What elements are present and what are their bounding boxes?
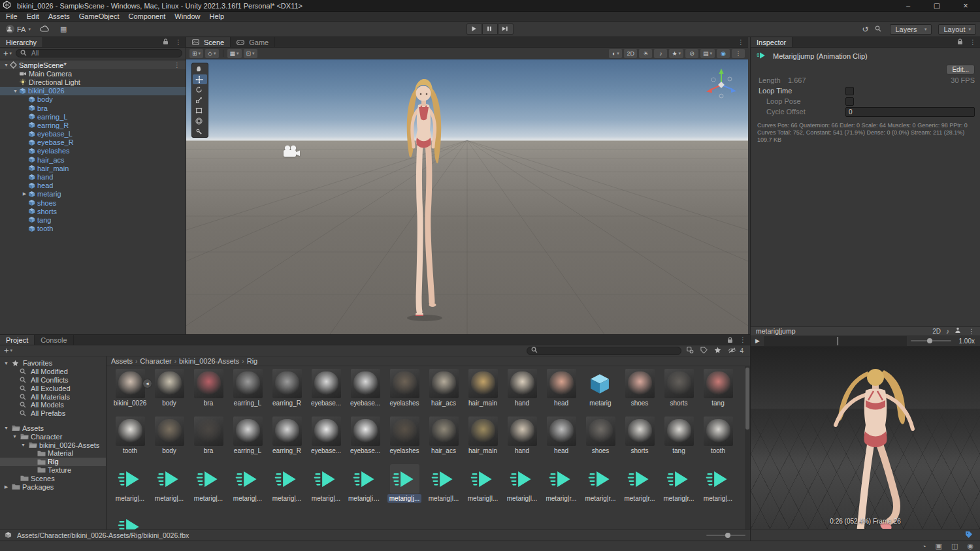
character-model[interactable] [392,75,454,326]
favorite-all-excluded[interactable]: All Excluded [0,384,106,392]
asset-item-shoes[interactable]: shoes [620,369,659,407]
asset-item-hand[interactable]: hand [502,417,542,455]
hierarchy-item-tang[interactable]: tang [0,215,186,224]
asset-item-metarig[interactable]: metarig|... [228,464,267,503]
hierarchy-item-bikini-0026[interactable]: ▼bikini_0026 [0,87,186,95]
move-tool[interactable] [193,74,207,84]
menu-edit[interactable]: Edit [22,12,44,22]
hierarchy-item-body[interactable]: body [0,95,186,104]
asset-item-eyebase[interactable]: eyebase... [346,417,385,455]
preview-play-button[interactable]: ▶ [751,336,765,346]
preview-menu-icon[interactable]: ⋮ [968,328,975,335]
asset-item-hair-main[interactable]: hair_main [463,369,502,407]
favorite-all-models[interactable]: All Models [0,401,106,409]
cycle-offset-field[interactable]: 0 [845,107,975,117]
panel-menu-icon[interactable]: ⋮ [740,336,746,343]
asset-item-bra[interactable]: bra [189,369,228,407]
folder-bikini-0026-assets[interactable]: ▼bikini_0026-Assets [0,441,106,449]
collapse-arrow-icon[interactable]: ▼ [3,63,10,67]
asset-item-eyebase[interactable]: eyebase... [306,417,346,455]
asset-item-tooth[interactable]: tooth [698,417,738,455]
asset-item-body[interactable]: body [150,417,189,455]
asset-item-metarig-l[interactable]: metarig|l... [463,464,502,503]
rotate-tool[interactable] [193,85,207,95]
snap-increment-dropdown[interactable]: ⊡▾ [244,49,257,58]
asset-item-bra[interactable]: bra [189,417,228,455]
services-button[interactable]: ▦ [58,24,69,35]
version-control-button[interactable] [38,24,53,35]
view-tool[interactable] [193,64,207,74]
asset-item-eyelashes[interactable]: eyelashes [385,417,424,455]
asset-labels-icon[interactable] [965,531,975,540]
scale-tool[interactable] [193,95,207,105]
search-icon[interactable] [875,25,883,34]
asset-item-metarig-r[interactable]: metarig|r... [542,464,581,503]
menu-assets[interactable]: Assets [44,12,74,22]
tab-inspector[interactable]: Inspector [751,37,792,47]
asset-item-tooth[interactable]: tooth [110,417,150,455]
tool-handle-rotation-dropdown[interactable]: ◇▾ [205,49,218,58]
scene-viewport[interactable] [186,59,748,334]
tool-handle-pivot-dropdown[interactable]: ⊞▾ [189,49,203,58]
camera-overlay-dropdown[interactable]: ▤▾ [700,49,715,58]
asset-item-shorts[interactable]: shorts [659,369,698,407]
scene-options-icon[interactable]: ⋮ [174,61,186,69]
asset-item-metarig[interactable]: metarig [581,369,620,407]
account-dropdown[interactable]: FA ▾ [4,24,33,35]
asset-item-earring-r[interactable]: earring_R [267,369,306,407]
favorites-header[interactable]: ▼Favorites [0,359,106,368]
cloud-status-icon[interactable]: ◉ [967,542,973,550]
scene-orientation-gizmo[interactable] [702,66,740,104]
folder-packages[interactable]: ▶Packages [0,482,106,491]
asset-item-shoes[interactable]: shoes [581,417,620,455]
panel-menu-icon[interactable]: ⋮ [970,39,976,46]
timeline-cursor[interactable] [838,337,838,345]
expand-arrow-icon[interactable]: ▼ [20,443,27,447]
create-asset-dropdown[interactable]: + ▾ [4,347,12,354]
animation-preview-viewport[interactable]: 0:26 (052.4%) Frame 26 [751,347,980,529]
background-tasks-icon[interactable]: ◔ [922,543,926,550]
console-messages-icon[interactable]: ▣ [936,542,942,550]
menu-file[interactable]: File [1,12,22,22]
lock-icon[interactable] [163,39,171,46]
hierarchy-search-input[interactable]: All [16,49,182,57]
audio-toggle[interactable]: ♪ [654,49,667,58]
transform-tool[interactable] [193,116,207,126]
asset-item-metarig[interactable]: metarig|... [306,464,346,503]
asset-item-eyebase[interactable]: eyebase... [306,369,346,407]
breadcrumb-bikini-0026-assets[interactable]: bikini_0026-Assets [179,357,239,365]
menu-gameobject[interactable]: GameObject [74,12,124,22]
scrollbar-thumb[interactable] [745,368,749,430]
folder-rig[interactable]: Rig [0,458,106,466]
asset-item-body[interactable]: body [150,369,189,407]
breadcrumb-assets[interactable]: Assets [111,357,133,365]
asset-item-head[interactable]: head [542,417,581,455]
expand-arrow-icon[interactable]: ▼ [3,426,10,430]
asset-item-metarig-l[interactable]: metarig|l... [424,464,463,503]
menu-component[interactable]: Component [123,12,170,22]
hierarchy-item-metarig[interactable]: ▶metarig [0,190,186,198]
undo-history-icon[interactable]: ↺ [862,25,868,34]
folder-character[interactable]: ▼Character [0,432,106,441]
hierarchy-item-eyebase-l[interactable]: eyebase_L [0,130,186,138]
asset-item-eyebase[interactable]: eyebase... [346,369,385,407]
hierarchy-item-main-camera[interactable]: Main Camera [0,69,186,78]
asset-item-metarig[interactable]: metarig|... [110,464,150,503]
project-search-input[interactable] [527,347,681,355]
asset-item-metarig[interactable]: metarig|... [150,464,189,503]
tab-project[interactable]: Project [0,335,35,345]
asset-item-item[interactable] [110,512,150,529]
asset-item-tang[interactable]: tang [659,417,698,455]
minimize-button[interactable]: – [894,0,923,12]
tab-hierarchy[interactable]: Hierarchy [0,37,43,47]
asset-item-metarig-r[interactable]: metarig|r... [659,464,698,503]
hidden-items-toggle[interactable]: 4 [728,347,743,354]
favorite-all-materials[interactable]: All Materials [0,392,106,401]
folder-material[interactable]: Material [0,449,106,458]
zoom-knob[interactable] [725,533,730,538]
asset-item-shorts[interactable]: shorts [620,417,659,455]
maximize-button[interactable]: ▢ [923,0,951,12]
rect-tool[interactable] [193,106,207,116]
preview-speed-slider[interactable] [907,336,955,346]
folder-scenes[interactable]: Scenes [0,474,106,482]
